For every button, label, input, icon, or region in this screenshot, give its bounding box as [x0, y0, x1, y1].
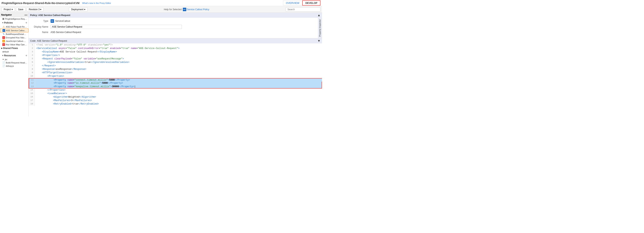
resources-triangle-icon: ▼: [2, 55, 4, 56]
nav-item-build-headers-js[interactable]: 📄 Build-Request-Headers.js: [0, 61, 28, 64]
service-callout-link-text[interactable]: Service Callout Policy: [187, 8, 209, 11]
line-num-14: 14: [28, 89, 35, 92]
nav-item-ase-service-callout[interactable]: SC ASE Service Callout-Request: [0, 28, 28, 32]
line-content-1: <?xml version="1.0" encoding="UTF-8" sta…: [35, 43, 322, 47]
deployment-button[interactable]: Deployment ▾: [69, 7, 87, 11]
code-line-1: 1 <?xml version="1.0" encoding="UTF-8" s…: [28, 43, 322, 47]
policy-expand-icon[interactable]: ▲: [317, 13, 320, 17]
toolbar: Project ▾ Save Revision 3 ▾ Deployment ▾…: [0, 6, 322, 13]
code-line-9: 9 <HTTPTargetConnection>: [28, 71, 322, 75]
code-line-18: 18 <RetryEnabled>true</RetryEnabled>: [28, 102, 322, 106]
line-num-18: 18: [28, 102, 35, 106]
line-content-2: <ServiceCallout async="false" continueOn…: [35, 47, 322, 50]
file-icon-2: 📄: [2, 65, 5, 67]
line-content-6: <IgnoreUnresolvedVariables>true</IgnoreU…: [35, 61, 322, 64]
shared-flows-toggle[interactable]: ▶ Shared Flows: [0, 46, 28, 50]
property-inspector-tab[interactable]: Property Inspector: [318, 18, 322, 38]
shared-flows-label: Shared Flows: [3, 47, 18, 49]
file-icon-1: 📄: [2, 61, 5, 64]
type-text: ServiceCallout: [55, 20, 70, 22]
resources-label: Resources: [4, 54, 16, 57]
line-num-8: 8: [28, 68, 35, 71]
name-row: Name ASE-Service-Callout-Request: [31, 31, 316, 33]
proxy-name-text: PingIntelligence-Request-SharedRule: [5, 18, 27, 20]
type-row: Type SC ServiceCallout: [31, 19, 316, 23]
code-editor[interactable]: 1 <?xml version="1.0" encoding="UTF-8" s…: [28, 43, 322, 116]
line-num-10: 10: [28, 75, 35, 78]
service-callout-icon: SC: [183, 8, 186, 11]
nav-item-ase-raise-fault[interactable]: ⚠ ASE Raise Fault Request: [0, 25, 28, 28]
line-num-6: 6: [28, 61, 35, 64]
navigator-title: Navigator: [1, 13, 12, 16]
kv-icon-2: KV: [2, 43, 5, 46]
nav-item-text-build-request: BuildRequestDetailMessage-Ass...: [6, 33, 27, 35]
nav-item-kv-ops[interactable]: KV Key Value Map Operations Requ...: [0, 43, 28, 46]
sc-icon: SC: [2, 29, 5, 32]
policies-collapse-toggle[interactable]: ▼ Policies: [1, 21, 14, 25]
save-button[interactable]: Save: [16, 7, 26, 11]
code-filename: ASE Service Callout-Request: [37, 39, 67, 42]
line-content-9: <HTTPTargetConnection>: [35, 71, 322, 75]
line-num-1: 1: [28, 43, 35, 47]
line-num-11: 11: [29, 78, 35, 82]
nav-item-build-request[interactable]: ✎ BuildRequestDetailMessage-Ass...: [0, 32, 28, 36]
line-num-13: 13: [29, 85, 35, 88]
code-line-2: 2 <ServiceCallout async="false" continue…: [28, 47, 322, 50]
nav-item-build-headers-text: Build-Request-Headers.js: [6, 61, 27, 64]
line-content-14: </Properties>: [35, 89, 322, 92]
help-label: Help for Selected: [164, 8, 182, 11]
collapse-navigator-button[interactable]: ◀◀: [24, 14, 27, 16]
nav-item-text-encrypted-kv: Encrypted Key Value Map Opera...: [6, 36, 27, 39]
tab-develop[interactable]: DEVELOP: [302, 0, 320, 5]
add-resource-button[interactable]: +: [25, 54, 28, 57]
project-button[interactable]: Project ▾: [2, 7, 15, 11]
line-content-11: <Property name="connect.timeout.millis">…: [35, 78, 322, 82]
code-line-11: 11 <Property name="connect.timeout.milli…: [28, 78, 322, 82]
nav-item-debug-js[interactable]: 📄 debug.js: [0, 64, 28, 67]
nav-item-js-callout[interactable]: JS JavaScript-Callout-Build-Header...: [0, 39, 28, 43]
search-input[interactable]: [286, 7, 320, 11]
content-area: Policy: ASE Service Callout-Request ▲ Ty…: [28, 13, 322, 116]
line-num-17: 17: [28, 99, 35, 102]
proxy-name-item[interactable]: ▦ PingIntelligence-Request-SharedRule: [0, 17, 28, 20]
code-line-14: 14 </Properties>: [28, 89, 322, 92]
main-layout: Navigator ◀◀ ▦ PingIntelligence-Request-…: [0, 13, 322, 116]
nav-item-default-text: default: [2, 50, 9, 53]
code-line-6: 6 <IgnoreUnresolvedVariables>true</Ignor…: [28, 61, 322, 64]
nav-item-debug-text: debug.js: [6, 65, 14, 67]
tab-overview[interactable]: OVERVIEW: [283, 0, 302, 5]
policy-header-title: Policy: ASE Service Callout-Request: [30, 14, 70, 16]
header-tabs: OVERVIEW DEVELOP: [283, 0, 320, 5]
type-sc-icon: SC: [50, 19, 54, 23]
line-content-7: </Request>: [35, 64, 322, 68]
resources-toggle[interactable]: ▼ Resources: [1, 54, 17, 57]
nav-item-encrypted-kv[interactable]: KV Encrypted Key Value Map Opera...: [0, 36, 28, 39]
nav-item-default[interactable]: default: [0, 50, 28, 53]
display-name-input[interactable]: [50, 25, 182, 29]
line-content-4: <Properties/>: [35, 54, 322, 57]
policies-triangle-icon: ▼: [2, 22, 4, 24]
display-name-label: Display Name: [31, 25, 48, 28]
code-line-7: 7 </Request>: [28, 64, 322, 68]
revision-button[interactable]: Revision 3 ▾: [27, 7, 44, 11]
code-expand-icon[interactable]: ▼: [317, 39, 320, 43]
line-content-13: <Property name="keepalive.timeout.millis…: [35, 85, 322, 88]
code-line-12: 12 <Property name="io.timeout.millis">50…: [28, 82, 322, 85]
line-content-5: <Request clearPayload="false" variable="…: [35, 57, 322, 61]
policies-section-header: ▼ Policies +: [0, 20, 28, 25]
nav-item-jsc[interactable]: ▼ jsc: [0, 58, 28, 61]
kv-icon-1: KV: [2, 36, 5, 39]
line-num-7: 7: [28, 64, 35, 68]
line-content-8: <Response>aseResponse</Response>: [35, 68, 322, 71]
whats-new-link[interactable]: What's new in the Proxy Editor: [82, 2, 111, 4]
policy-form: Type SC ServiceCallout Display Name Name: [28, 18, 318, 38]
nav-item-text-js-callout: JavaScript-Callout-Build-Header...: [6, 40, 27, 42]
add-policy-button[interactable]: +: [25, 21, 28, 24]
code-label: Code: [30, 39, 36, 42]
jsc-triangle-icon: ▼: [2, 58, 4, 60]
type-value: SC ServiceCallout: [50, 19, 70, 23]
js-icon: JS: [2, 40, 5, 42]
fault-icon: ⚠: [2, 25, 5, 28]
code-line-5: 5 <Request clearPayload="false" variable…: [28, 57, 322, 61]
service-callout-policy-link[interactable]: SC Service Callout Policy: [183, 8, 209, 11]
